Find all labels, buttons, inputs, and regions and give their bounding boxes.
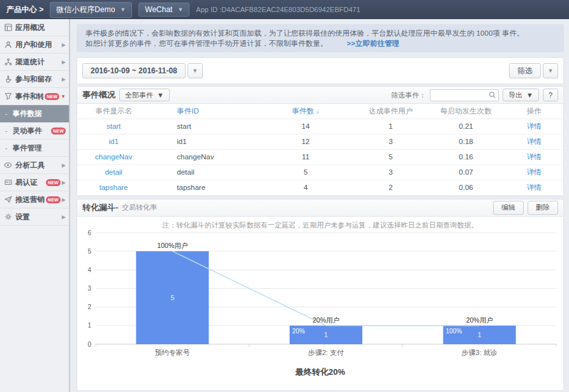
help-button[interactable]: ? [543, 89, 558, 101]
table-header-row: 事件显示名 事件ID 事件数 ↓ 达成事件用户 每启动发生次数 操作 [77, 104, 563, 119]
sidebar-item-label: 事件管理 [13, 143, 66, 153]
sidebar-item-label: 应用概况 [15, 23, 66, 33]
main-content: 事件极多的情况下，会影响数据的有效计算和页面加载，为了让您获得最佳的使用体验，平… [70, 19, 569, 392]
go-manage-link[interactable]: >>立即前往管理 [347, 40, 399, 47]
funnel-icon [3, 92, 13, 101]
engagement-icon [3, 75, 13, 83]
sidebar-item-settings[interactable]: 设置 ▶ [0, 208, 69, 226]
sidebar-item-label: 用户和使用 [15, 40, 61, 50]
x-axis-label: 步骤3: 就诊 [462, 349, 498, 356]
app-selector-button[interactable]: 微信小程序Demo ▼ [50, 2, 132, 18]
sidebar-item-smart-events[interactable]: - 灵动事件 NEW [0, 122, 69, 140]
topbar: 产品中心 > 微信小程序Demo ▼ WeChat ▼ App ID :D4AC… [0, 0, 569, 19]
chevron-down-icon: ▼ [526, 91, 533, 99]
users-icon [3, 41, 13, 49]
event-id-cell: start [150, 119, 257, 134]
sidebar-item-event-data[interactable]: - 事件数据 [0, 105, 69, 122]
eye-icon [3, 161, 13, 170]
event-users-cell: 3 [354, 134, 427, 149]
sidebar-item-app-overview[interactable]: 应用概况 [0, 19, 69, 36]
per-launch-cell: 0.06 [427, 180, 505, 195]
id-card-icon [3, 178, 13, 187]
chevron-down-icon: ▼ [548, 68, 554, 74]
dashboard-icon [3, 24, 13, 32]
conversion-corner-label: 20% [292, 327, 305, 334]
delete-funnel-button[interactable]: 删除 [528, 201, 558, 215]
col-header-event-id[interactable]: 事件ID [150, 104, 257, 119]
event-display-name-link[interactable]: start [77, 119, 150, 134]
event-display-name-link[interactable]: detail [77, 164, 150, 180]
sidebar-item-event-management[interactable]: - 事件管理 [0, 140, 69, 157]
event-count-cell: 4 [257, 180, 354, 195]
event-users-cell: 5 [354, 149, 427, 164]
breadcrumb[interactable]: 产品中心 > [6, 4, 43, 15]
event-users-cell: 1 [354, 119, 427, 134]
conversion-corner-label: 100% [446, 327, 462, 334]
detail-link[interactable]: 详情 [505, 180, 563, 195]
per-launch-cell: 0.21 [427, 119, 505, 134]
sidebar-item-analysis-tools[interactable]: 分析工具 ▶ [0, 157, 69, 174]
sidebar-item-label: 灵动事件 [13, 126, 50, 136]
bar-value-label: 5 [170, 294, 174, 301]
col-header-event-count[interactable]: 事件数 ↓ [257, 104, 354, 119]
event-users-cell: 3 [354, 164, 427, 180]
x-axis-label: 预约专家号 [155, 349, 190, 356]
export-button[interactable]: 导出 ▼ [503, 89, 539, 101]
event-count-cell: 12 [257, 134, 354, 149]
date-range-button[interactable]: 2016-10-09 ~ 2016-11-08 [82, 63, 186, 78]
event-id-cell: id1 [150, 134, 257, 149]
event-count-cell: 11 [257, 149, 354, 164]
funnel-card-header: 转化漏斗- 交易转化率 编辑 删除 [77, 200, 563, 217]
event-display-name-link[interactable]: tapshare [77, 180, 150, 195]
sidebar-item-events-conversion[interactable]: 事件和转化 NEW ▼ [0, 88, 69, 105]
event-id-cell: changeNav [150, 149, 257, 164]
funnel-card: 转化漏斗- 交易转化率 编辑 删除 注：转化漏斗的计算较实际数据有一定延迟，近期… [77, 199, 564, 391]
detail-link[interactable]: 详情 [505, 119, 563, 134]
event-type-dropdown[interactable]: 全部事件 ▼ [119, 89, 170, 101]
sidebar-item-users[interactable]: 用户和使用 ▶ [0, 36, 69, 54]
event-count-label: 事件数 [292, 107, 314, 115]
sidebar-item-label: 事件数据 [13, 109, 66, 119]
event-count-cell: 5 [257, 164, 354, 180]
sidebar-item-channels[interactable]: 渠道统计 ▶ [0, 54, 69, 71]
detail-link[interactable]: 详情 [505, 164, 563, 180]
event-users-cell: 2 [354, 180, 427, 195]
sidebar-item-label: 推送营销 [15, 195, 45, 205]
event-display-name-link[interactable]: id1 [77, 134, 150, 149]
y-axis-tick-label: 3 [87, 285, 91, 292]
sidebar-item-label: 事件和转化 [15, 92, 43, 101]
per-launch-cell: 0.18 [427, 134, 505, 149]
bar-value-label: 1 [478, 331, 482, 338]
above-bar-label: 100%用户 [157, 242, 188, 249]
notice-banner: 事件极多的情况下，会影响数据的有效计算和页面加载，为了让您获得最佳的使用体验，平… [77, 24, 564, 52]
new-badge: NEW [45, 93, 59, 100]
sidebar-item-auth[interactable]: 易认证 NEW ▶ [0, 174, 69, 191]
app-id-text: App ID :D4ACAFB82EAC24E803D5D6942EBFD471 [196, 6, 360, 13]
platform-selector-button[interactable]: WeChat ▼ [138, 3, 189, 17]
bar-value-label: 1 [324, 331, 328, 338]
events-overview-card: 事件概况 全部事件 ▼ 筛选事件： 导出 ▼ ? [77, 86, 564, 196]
channels-icon [3, 58, 13, 66]
filter-dropdown-button[interactable]: ▼ [543, 63, 558, 78]
date-range-dropdown-button[interactable]: ▼ [188, 63, 203, 78]
y-axis-tick-label: 0 [87, 340, 91, 347]
event-display-name-link[interactable]: changeNav [77, 149, 150, 164]
events-table: 事件显示名 事件ID 事件数 ↓ 达成事件用户 每启动发生次数 操作 start… [77, 104, 563, 196]
sidebar-item-push-marketing[interactable]: 推送营销 NEW ▶ [0, 191, 69, 208]
new-badge: NEW [51, 127, 66, 134]
notice-line2-text: 如想计算更多的事件，您可在事件管理中手动开通计算，不限制事件数量。 [85, 40, 328, 47]
y-axis-tick-label: 4 [87, 266, 91, 273]
edit-funnel-button[interactable]: 编辑 [493, 201, 524, 215]
events-table-body: startstart1410.21详情id1id11230.18详情change… [77, 119, 563, 195]
sidebar-item-engagement[interactable]: 参与和留存 ▶ [0, 71, 69, 88]
funnel-final-conversion: 最终转化20% [77, 367, 563, 378]
filter-button[interactable]: 筛选 [509, 63, 541, 78]
event-id-cell: tapshare [150, 180, 257, 195]
chevron-right-icon: ▶ [62, 42, 66, 48]
sidebar-item-label: 参与和留存 [15, 75, 61, 84]
table-row: tapsharetapshare420.06详情 [77, 180, 563, 195]
sort-desc-icon: ↓ [316, 108, 319, 115]
sidebar-item-label: 设置 [15, 212, 61, 222]
detail-link[interactable]: 详情 [505, 134, 563, 149]
detail-link[interactable]: 详情 [505, 149, 563, 164]
